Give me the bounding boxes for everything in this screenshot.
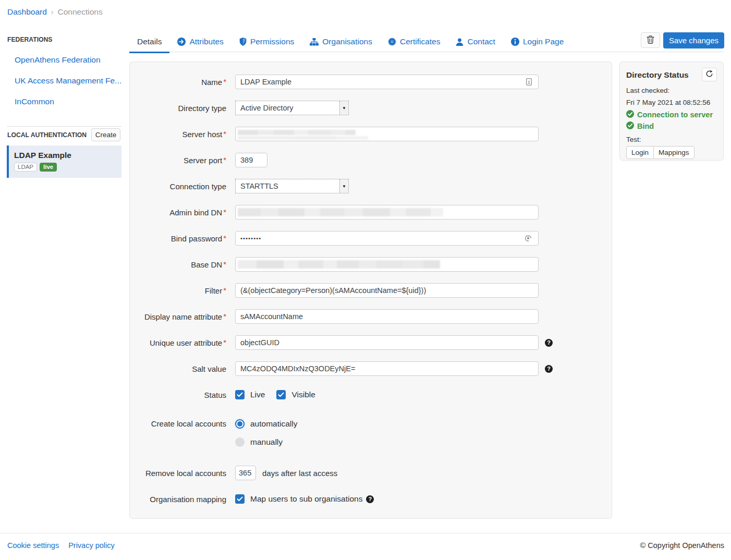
live-checkbox-label: Live [250,390,265,399]
test-label: Test: [626,136,717,143]
directory-status-title: Directory Status [626,70,689,80]
display-name-attribute-input[interactable] [235,309,539,324]
directory-type-select[interactable]: Active Directory ▼ [235,101,349,115]
filter-label: Filter [205,286,222,295]
help-icon[interactable]: ? [366,495,374,503]
form-row-admin-bind-dn: Admin bind DN* [130,199,612,225]
sidebar-item-openathens-federation[interactable]: OpenAthens Federation [15,55,121,65]
create-local-accounts-label: Create local accounts [151,419,226,428]
federations-heading: FEDERATIONS [7,36,52,43]
test-login-button[interactable]: Login [626,146,654,159]
admin-bind-dn-input[interactable] [235,205,539,220]
form-row-connection-type: Connection type STARTTLS ▼ [130,173,612,199]
form-row-status: Status Live Visible [130,382,612,408]
save-changes-button[interactable]: Save changes [663,32,724,48]
tab-certificates[interactable]: Certificates [380,32,448,52]
connection-type-badge: LDAP [14,163,37,172]
sidebar-divider [7,126,121,127]
tab-login-page[interactable]: Login Page [503,32,571,52]
map-users-checkbox[interactable] [235,494,245,504]
test-mappings-button[interactable]: Mappings [653,146,695,159]
form-row-server-port: Server port* [130,147,612,173]
remove-local-accounts-input[interactable] [235,466,256,480]
connection-name: LDAP Example [14,151,121,160]
tab-details[interactable]: Details [129,32,169,52]
base-dn-label: Base DN [191,260,222,269]
tab-permissions[interactable]: Permissions [232,32,302,52]
sidebar-item-uk-access-management[interactable]: UK Access Management Fe... [15,76,121,86]
live-checkbox[interactable] [235,390,245,399]
check-circle-icon [626,110,634,119]
required-asterisk: * [223,286,226,295]
sidebar-item-incommon[interactable]: InCommon [15,97,121,106]
salt-value-label: Salt value [192,364,226,373]
manually-radio[interactable] [235,437,245,447]
shield-icon [239,38,247,46]
person-icon [456,38,464,46]
required-asterisk: * [223,129,226,138]
form-row-unique-user-attribute: Unique user attribute* ? [130,330,612,356]
required-asterisk: * [223,155,226,164]
check-circle-icon [626,121,634,131]
connection-type-select[interactable]: STARTTLS ▼ [235,179,349,193]
salt-value-input[interactable] [235,361,539,376]
name-input[interactable] [235,75,539,89]
privacy-policy-link[interactable]: Privacy policy [68,541,115,550]
arrow-right-circle-icon [177,38,186,46]
name-label: Name [201,78,222,87]
map-users-checkbox-label: Map users to sub organisations [250,494,362,504]
visible-checkbox[interactable] [276,390,286,399]
form-row-filter: Filter* [130,277,612,303]
required-asterisk: * [223,77,226,86]
form-row-base-dn: Base DN* [130,251,612,277]
filter-input[interactable] [235,283,539,298]
tabbar: Details Attributes Permissions Organisat… [129,31,724,52]
sidebar-item-ldap-example[interactable]: LDAP Example LDAP live [7,145,121,178]
cookie-settings-link[interactable]: Cookie settings [7,541,59,550]
server-port-input[interactable] [235,153,267,167]
contact-card-icon [526,78,532,86]
breadcrumb-chevron-icon: › [51,8,54,16]
bind-password-input[interactable]: •••••••• [235,231,539,246]
sitemap-icon [310,38,319,46]
form-row-server-host: Server host* [130,121,612,147]
delete-button[interactable] [641,32,660,48]
form-row-display-name-attribute: Display name attribute* [130,303,612,330]
form-row-create-local-accounts: Create local accounts automatically [130,415,612,433]
openathens-admin-page: Dashboard › Connections FEDERATIONS Open… [0,0,731,560]
status-check-connection: Connection to server [626,110,717,119]
directory-type-label: Directory type [178,104,226,113]
connection-details-form: Name* Directory type Active Directory ▼ … [129,62,612,519]
breadcrumb: Dashboard › Connections [7,7,103,17]
create-button[interactable]: Create [91,128,120,141]
base-dn-input[interactable] [235,257,539,272]
tab-attributes[interactable]: Attributes [169,32,231,52]
help-icon[interactable]: ? [545,339,553,347]
form-row-directory-type: Directory type Active Directory ▼ [130,95,612,121]
required-asterisk: * [223,208,226,216]
breadcrumb-dashboard-link[interactable]: Dashboard [7,7,47,17]
server-port-label: Server port [184,156,222,165]
form-row-create-local-accounts-manually: manually [130,433,612,451]
server-host-input[interactable] [235,127,539,141]
organisation-mapping-label: Organisation mapping [150,495,226,504]
admin-bind-dn-label: Admin bind DN [169,208,222,217]
automatically-radio-label: automatically [250,419,297,429]
status-check-bind: Bind [626,121,717,131]
automatically-radio[interactable] [235,419,245,429]
tab-organisations[interactable]: Organisations [302,32,380,52]
form-row-salt-value: Salt value ? [130,356,612,382]
help-icon[interactable]: ? [545,365,553,373]
remove-local-accounts-suffix: days after last access [262,469,337,478]
certificate-icon [388,38,396,46]
form-row-organisation-mapping: Organisation mapping Map users to sub or… [130,486,612,512]
unique-user-attribute-input[interactable] [235,335,539,350]
breadcrumb-current: Connections [58,7,103,17]
tab-contact[interactable]: Contact [448,32,503,52]
federation-list: OpenAthens Federation UK Access Manageme… [15,55,121,106]
select-arrow-icon: ▼ [339,179,348,193]
connection-live-badge: live [40,163,57,172]
unique-user-attribute-label: Unique user attribute [150,338,222,347]
refresh-status-button[interactable] [702,68,717,81]
form-row-name: Name* [130,69,612,95]
